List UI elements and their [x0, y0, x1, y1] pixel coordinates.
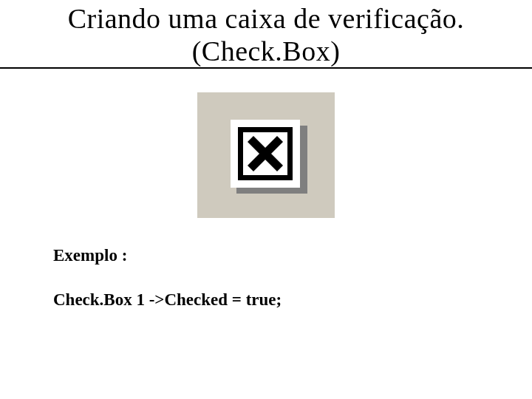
checkbox-checked-icon: [231, 120, 301, 191]
title-line-2: (Check.Box): [192, 35, 341, 66]
example-label: Exemplo :: [53, 246, 532, 265]
example-code: Check.Box 1 ->Checked = true;: [53, 290, 532, 310]
checkbox-figure: [197, 92, 335, 218]
x-mark-icon: [248, 136, 283, 171]
figure-container: [0, 92, 532, 218]
body-text: Exemplo : Check.Box 1 ->Checked = true;: [0, 246, 532, 310]
page-title: Criando uma caixa de verificação. (Check…: [0, 0, 532, 69]
title-line-1: Criando uma caixa de verificação.: [68, 3, 465, 34]
svg-marker-0: [248, 136, 283, 171]
